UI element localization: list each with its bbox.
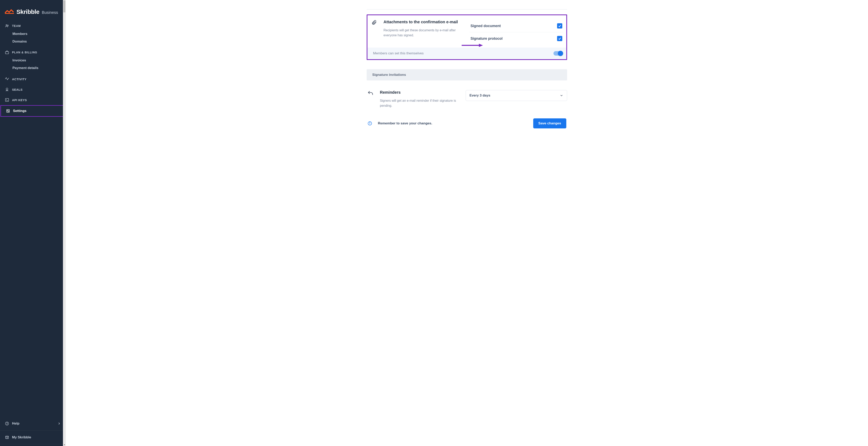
brand-mark-icon [5,9,14,14]
main-content: Attachments to the confirmation e-mail R… [66,0,868,446]
sidebar-scrollbar[interactable]: ▴ ▾ [63,0,66,446]
external-link-icon [5,435,9,440]
svg-point-9 [7,110,8,111]
nav-item-label: Settings [13,109,27,113]
attachments-panel: Attachments to the confirmation e-mail R… [367,14,567,60]
nav-item-label: SEALS [12,88,23,91]
svg-rect-14 [6,436,9,439]
brand-suffix: Business [42,10,58,15]
svg-rect-3 [5,52,9,54]
sidebar-item-activity[interactable]: ACTIVITY [0,74,66,84]
svg-rect-7 [7,110,10,113]
briefcase-icon [5,50,9,55]
sidebar-item-domains[interactable]: Domains [0,38,66,46]
sidebar-item-seals[interactable]: SEALS [0,84,66,95]
team-icon [5,24,9,28]
reminders-title: Reminders [380,90,460,95]
sidebar-item-my-skribble[interactable]: My Skribble [0,432,66,443]
sidebar: Skribble Business TEAM Members Domains [0,0,66,446]
toggle-knob [558,51,563,56]
scroll-down-arrow-icon[interactable]: ▾ [63,443,66,446]
reminders-desc: Signers will get an e-mail reminder if t… [380,98,460,108]
seal-icon [5,87,9,92]
checkbox-signature-protocol[interactable] [557,36,562,41]
reminders-block: Reminders Signers will get an e-mail rem… [367,90,567,108]
sidebar-item-payment-details[interactable]: Payment details [0,64,66,72]
checkbox-signed-document[interactable] [557,23,562,29]
reminder-frequency-select[interactable]: Every 3 days [466,90,567,101]
member-toggle-label: Members can set this themselves [373,51,424,55]
check-label: Signed document [470,24,501,28]
check-row-signed-document: Signed document [469,20,563,32]
help-icon [5,421,9,426]
chevron-down-icon [560,94,563,97]
svg-point-11 [8,111,9,112]
brand-name: Skribble [17,8,39,15]
highlight-box-settings: Settings [0,105,65,117]
divider [367,9,567,10]
activity-icon [5,77,9,81]
nav-item-label: ACTIVITY [12,78,27,81]
footer-bar: Remember to save your changes. Save chan… [367,116,567,130]
sidebar-item-invoices[interactable]: Invoices [0,57,66,64]
terminal-icon [5,98,9,102]
nav-item-label: My Skribble [12,435,31,439]
sidebar-item-help[interactable]: Help [0,418,66,429]
nav-group-billing: PLAN & BILLING Invoices Payment details [0,47,66,74]
sidebar-item-settings[interactable]: Settings [1,106,65,116]
section-header-signature-invitations: Signature invitations [367,69,567,81]
svg-point-20 [370,122,370,123]
member-toggle[interactable] [554,51,563,56]
nav-heading-label: PLAN & BILLING [12,51,37,54]
nav-item-label: Help [12,421,20,425]
select-value: Every 3 days [469,93,490,97]
nav-heading-label: TEAM [12,24,21,28]
member-toggle-row: Members can set this themselves [367,48,566,59]
svg-point-2 [8,25,8,26]
nav-item-label: API KEYS [12,98,27,102]
sidebar-item-members[interactable]: Members [0,30,66,38]
footer-reminder-text: Remember to save your changes. [378,121,530,125]
svg-rect-5 [5,98,9,101]
attachments-desc: Recipients will get these documents by e… [383,28,464,38]
sliders-icon [6,109,10,113]
check-label: Signature protocol [470,36,502,41]
nav-heading-team[interactable]: TEAM [0,21,66,30]
check-row-signature-protocol: Signature protocol [469,32,563,45]
nav-group-team: TEAM Members Domains [0,21,66,47]
svg-point-1 [6,25,7,26]
scrollbar-thumb[interactable] [63,0,65,12]
brand-logo: Skribble Business [0,0,66,21]
sidebar-item-api-keys[interactable]: API KEYS [0,95,66,105]
reply-arrow-icon [367,90,374,108]
svg-point-4 [6,88,8,90]
chevron-right-icon [57,422,61,425]
nav-heading-billing[interactable]: PLAN & BILLING [0,47,66,57]
paperclip-icon [371,20,377,45]
info-icon [367,121,372,126]
save-changes-button[interactable]: Save changes [533,118,566,128]
attachments-title: Attachments to the confirmation e-mail [383,20,464,24]
